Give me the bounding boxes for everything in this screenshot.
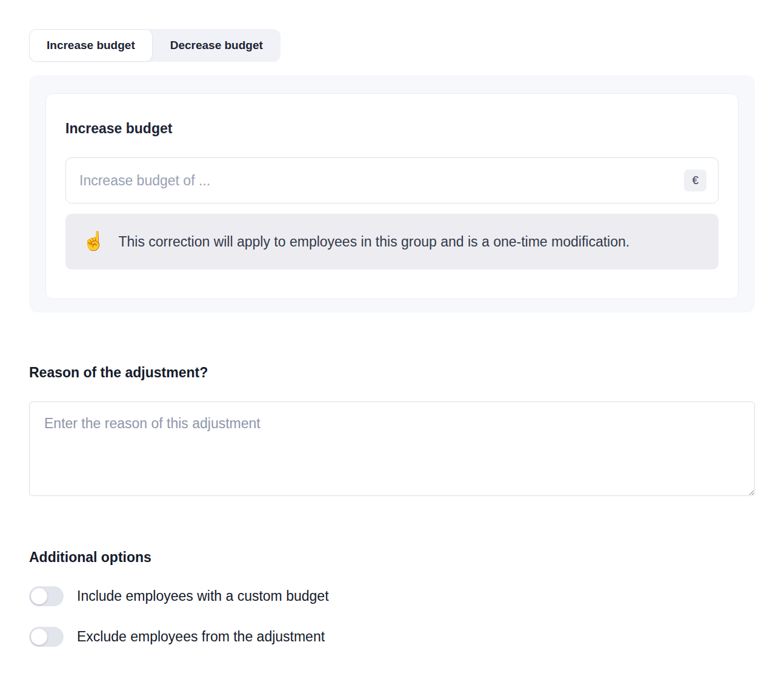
- budget-direction-tabs: Increase budget Decrease budget: [29, 29, 281, 62]
- reason-heading: Reason of the adjustment?: [29, 365, 755, 381]
- option-row-exclude-employees: Exclude employees from the adjustment: [29, 627, 755, 647]
- budget-amount-input[interactable]: [65, 157, 719, 203]
- toggle-knob: [31, 629, 47, 645]
- increase-budget-panel: Increase budget € ☝ This correction will…: [29, 75, 755, 313]
- toggle-knob: [31, 588, 47, 604]
- reason-textarea[interactable]: [29, 402, 755, 496]
- tab-decrease-budget[interactable]: Decrease budget: [153, 29, 281, 62]
- option-label: Exclude employees from the adjustment: [77, 629, 325, 645]
- toggle-include-custom-budget[interactable]: [29, 586, 64, 606]
- toggle-exclude-employees[interactable]: [29, 627, 64, 647]
- pointing-up-icon: ☝: [82, 230, 105, 253]
- budget-adjustment-page: Increase budget Decrease budget Increase…: [0, 0, 784, 688]
- option-label: Include employees with a custom budget: [77, 588, 329, 604]
- one-time-note: ☝ This correction will apply to employee…: [65, 214, 719, 270]
- currency-badge: €: [684, 170, 706, 191]
- card-title: Increase budget: [65, 121, 719, 137]
- note-text: This correction will apply to employees …: [118, 230, 630, 254]
- tab-increase-budget[interactable]: Increase budget: [29, 29, 153, 62]
- increase-budget-card: Increase budget € ☝ This correction will…: [45, 93, 739, 299]
- additional-options-heading: Additional options: [29, 549, 755, 566]
- amount-input-wrap: €: [65, 157, 719, 203]
- option-row-include-custom-budget: Include employees with a custom budget: [29, 586, 755, 606]
